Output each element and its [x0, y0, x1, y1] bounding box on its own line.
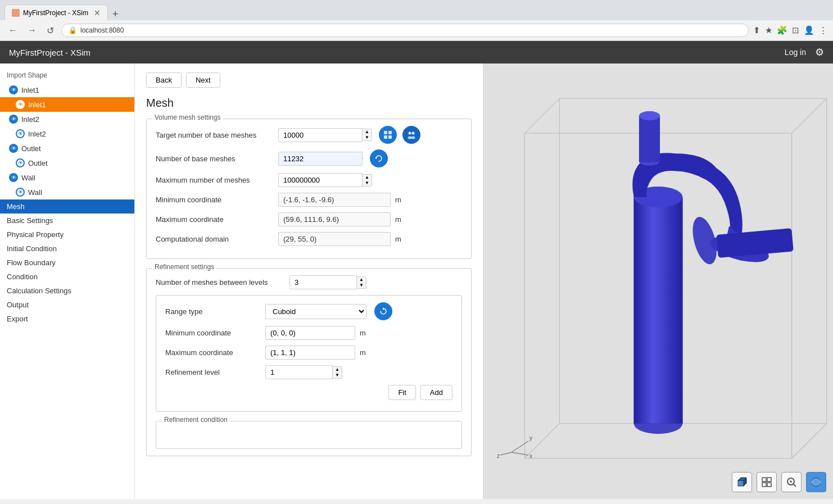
zoom-btn[interactable]	[781, 472, 802, 492]
comp-domain-label: Computational domain	[156, 235, 274, 243]
recalculate-btn[interactable]	[370, 149, 388, 167]
address-url: localhost:8080	[80, 26, 124, 34]
login-btn[interactable]: Log in	[785, 48, 806, 57]
target-base-meshes-down[interactable]: ▼	[363, 135, 372, 140]
mesh-icon-btn-2[interactable]	[402, 126, 420, 144]
refinement-min-coord-input[interactable]	[265, 326, 355, 340]
refinement-min-coord-label: Minimum coordinate	[165, 329, 261, 337]
sidebar-nav-export[interactable]: Export	[0, 312, 134, 326]
svg-rect-42	[762, 478, 766, 482]
eye-icon-inlet1-child: 👁	[16, 100, 25, 109]
svg-point-32	[639, 111, 660, 121]
refinement-condition-input[interactable]	[165, 427, 452, 435]
num-base-meshes-spinners	[363, 158, 363, 159]
sidebar-item-inlet2-parent[interactable]: 👁 Inlet2	[0, 112, 134, 126]
comp-domain-unit: m	[395, 235, 401, 243]
sidebar-nav-basic-settings[interactable]: Basic Settings	[0, 214, 134, 228]
sphere-view-btn[interactable]	[806, 472, 826, 492]
max-meshes-up[interactable]: ▲	[363, 175, 372, 180]
num-meshes-between-row: Number of meshes between levels ▲ ▼	[156, 275, 462, 289]
sidebar-nav-physical-property[interactable]: Physical Property	[0, 228, 134, 242]
num-meshes-between-input-group: ▲ ▼	[289, 275, 366, 289]
target-base-meshes-spinners: ▲ ▼	[363, 129, 372, 141]
max-meshes-spinners: ▲ ▼	[363, 174, 372, 187]
num-meshes-between-down[interactable]: ▼	[357, 283, 366, 288]
num-base-meshes-input[interactable]	[278, 152, 363, 166]
sidebar-item-outlet-child[interactable]: 👁 Outlet	[0, 156, 134, 170]
sidebar-item-inlet1-parent[interactable]: 👁 Inlet1	[0, 83, 134, 97]
max-coord-value: (59.6, 111.6, 9.6)	[278, 212, 391, 226]
target-base-meshes-up[interactable]: ▲	[363, 129, 372, 135]
sidebar-nav-mesh-label: Mesh	[7, 202, 25, 211]
sidebar-nav-output[interactable]: Output	[0, 298, 134, 312]
refinement-level-down[interactable]: ▼	[333, 373, 342, 378]
bookmark-btn[interactable]: ★	[765, 25, 772, 35]
more-btn[interactable]: ⋮	[819, 25, 827, 35]
target-base-meshes-input-group: ▲ ▼	[278, 128, 372, 142]
nav-back-btn[interactable]: ←	[6, 24, 20, 37]
svg-text:z: z	[497, 453, 500, 459]
header-right: Log in ⚙	[785, 46, 824, 58]
volume-mesh-legend: Volume mesh settings	[152, 113, 223, 121]
btn-row: Back Next	[146, 72, 472, 88]
sidebar-label-wall-parent: Wall	[21, 174, 35, 182]
share-btn[interactable]: ⬆	[753, 25, 760, 35]
sidebar-nav-initial-condition-label: Initial Condition	[7, 244, 57, 253]
sidebar-item-outlet-parent[interactable]: 👁 Outlet	[0, 141, 134, 156]
svg-rect-31	[639, 116, 660, 162]
max-meshes-down[interactable]: ▼	[363, 180, 372, 186]
range-type-dropdown-group: Cuboid Sphere Cylinder	[265, 304, 366, 319]
extensions-btn[interactable]: 🧩	[777, 25, 787, 35]
target-base-meshes-input[interactable]	[278, 128, 363, 142]
refinement-level-input[interactable]	[265, 365, 333, 379]
split-view-btn[interactable]: ⊡	[792, 25, 799, 35]
num-base-meshes-label: Number of base meshes	[156, 155, 274, 163]
sidebar-nav-condition[interactable]: Condition	[0, 270, 134, 284]
sidebar-nav-calculation-settings[interactable]: Calculation Settings	[0, 284, 134, 298]
max-meshes-input[interactable]	[278, 173, 363, 187]
sidebar-item-inlet1-child[interactable]: 👁 Inlet1	[0, 97, 134, 112]
sidebar-item-wall-child[interactable]: 👁 Wall	[0, 185, 134, 199]
grid-view-btn[interactable]	[757, 472, 777, 492]
browser-tab[interactable]: MyFirstProject - XSim ✕	[4, 4, 108, 20]
svg-rect-43	[767, 478, 771, 482]
min-coord-unit: m	[395, 196, 401, 204]
sidebar-label-inlet2-parent: Inlet2	[21, 115, 39, 124]
sidebar-nav-initial-condition[interactable]: Initial Condition	[0, 242, 134, 256]
nav-refresh-btn[interactable]: ↺	[44, 24, 57, 37]
range-type-select[interactable]: Cuboid Sphere Cylinder	[265, 304, 366, 319]
settings-btn[interactable]: ⚙	[815, 46, 824, 58]
cube-view-btn[interactable]	[732, 472, 752, 492]
fit-button[interactable]: Fit	[388, 385, 415, 400]
num-meshes-between-spinners: ▲ ▼	[357, 276, 366, 289]
svg-text:x: x	[529, 453, 532, 459]
back-button[interactable]: Back	[146, 72, 182, 88]
app-body: Import Shape 👁 Inlet1 👁 Inlet1 👁 Inlet2 …	[0, 63, 833, 499]
sidebar-nav-flow-boundary-label: Flow Boundary	[7, 258, 56, 267]
refinement-min-coord-row: Minimum coordinate m	[165, 326, 452, 340]
svg-rect-45	[767, 483, 771, 487]
add-button[interactable]: Add	[420, 385, 452, 400]
new-tab-btn[interactable]: +	[108, 8, 123, 20]
sidebar-nav-mesh[interactable]: Mesh	[0, 199, 134, 214]
refinement-max-coord-input[interactable]	[265, 346, 355, 360]
num-meshes-between-up[interactable]: ▲	[357, 277, 366, 283]
address-bar[interactable]: 🔒 localhost:8080	[61, 24, 749, 37]
tab-close-btn[interactable]: ✕	[94, 8, 101, 17]
next-button[interactable]: Next	[186, 72, 220, 88]
sidebar: Import Shape 👁 Inlet1 👁 Inlet1 👁 Inlet2 …	[0, 63, 135, 499]
num-base-meshes-row: Number of base meshes	[156, 149, 462, 167]
nav-forward-btn[interactable]: →	[25, 24, 39, 37]
sidebar-item-inlet2-child[interactable]: 👁 Inlet2	[0, 126, 134, 141]
mesh-icon-btn-1[interactable]	[379, 126, 397, 144]
sidebar-item-wall-parent[interactable]: 👁 Wall	[0, 170, 134, 185]
range-type-icon-btn[interactable]	[374, 302, 392, 320]
num-meshes-between-input[interactable]	[289, 275, 357, 289]
svg-line-35	[500, 452, 511, 455]
svg-rect-1	[388, 131, 392, 134]
min-coord-value: (-1.6, -1.6, -9.6)	[278, 193, 391, 207]
max-coord-label: Maximum coordinate	[156, 215, 274, 224]
profile-btn[interactable]: 👤	[804, 25, 814, 35]
refinement-level-up[interactable]: ▲	[333, 367, 342, 373]
sidebar-nav-flow-boundary[interactable]: Flow Boundary	[0, 256, 134, 270]
